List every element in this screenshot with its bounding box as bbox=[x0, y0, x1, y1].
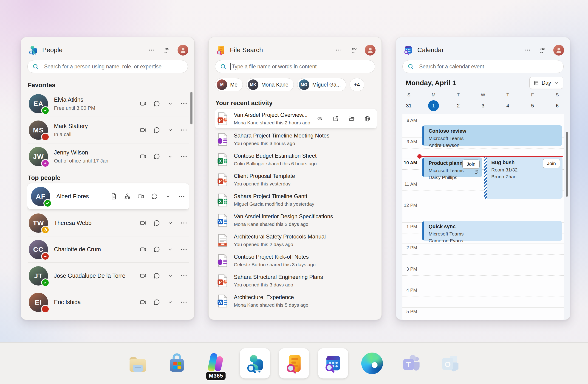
person-row[interactable]: EAElvia AtkinsFree until 3:00 PM bbox=[27, 91, 189, 117]
chevron-down-button[interactable] bbox=[166, 272, 174, 280]
video-call-button[interactable] bbox=[139, 245, 147, 254]
filter-chip[interactable]: +4 bbox=[350, 78, 364, 91]
taskbar-app-people-app[interactable] bbox=[235, 343, 274, 384]
file-row[interactable]: XContoso Budget Estimation SheetColin Ba… bbox=[215, 149, 377, 170]
chat-button[interactable] bbox=[152, 152, 161, 161]
date-number[interactable]: 2 bbox=[453, 100, 464, 111]
week-day-6[interactable]: S6 bbox=[545, 92, 570, 111]
person-row[interactable]: JWJenny WilsonOut of office until 17 Jan bbox=[27, 143, 189, 169]
feedback-button[interactable] bbox=[538, 46, 547, 54]
calendar-search-input[interactable]: Search for a calendar event bbox=[402, 60, 564, 73]
more-button[interactable] bbox=[180, 219, 188, 227]
more-button[interactable] bbox=[180, 152, 188, 161]
taskbar-app-outlook[interactable]: O bbox=[431, 343, 470, 384]
more-button[interactable] bbox=[180, 298, 188, 306]
more-button[interactable] bbox=[180, 126, 188, 134]
chat-button[interactable] bbox=[152, 219, 161, 227]
account-avatar[interactable] bbox=[365, 45, 376, 56]
person-row[interactable]: JTJose Guadalupe De la Torre bbox=[27, 263, 189, 289]
more-button[interactable] bbox=[147, 46, 156, 54]
more-button[interactable] bbox=[177, 192, 186, 201]
filter-chip[interactable]: MGMiguel Ga... bbox=[297, 78, 346, 91]
taskbar-app-edge-browser[interactable] bbox=[353, 343, 392, 384]
chevron-down-button[interactable] bbox=[166, 245, 174, 254]
more-button[interactable] bbox=[180, 100, 188, 108]
account-avatar[interactable] bbox=[553, 45, 564, 56]
chat-button[interactable] bbox=[152, 272, 161, 280]
chat-button[interactable] bbox=[150, 192, 158, 201]
week-day-5[interactable]: F5 bbox=[520, 92, 545, 111]
person-row[interactable]: TWTheresa Webb bbox=[27, 210, 189, 236]
week-day-31[interactable]: S31 bbox=[397, 92, 421, 111]
chevron-down-button[interactable] bbox=[166, 126, 174, 134]
person-row[interactable]: EIEric Ishida bbox=[27, 289, 189, 315]
video-call-button[interactable] bbox=[139, 219, 147, 227]
file-search-input[interactable]: Type a file name or words in content bbox=[215, 60, 375, 73]
chevron-down-button[interactable] bbox=[166, 100, 174, 108]
link-button[interactable] bbox=[315, 115, 324, 123]
video-call-button[interactable] bbox=[139, 272, 147, 280]
calendar-event[interactable]: Product planningMicrosoft TeamsDaisy Phi… bbox=[422, 158, 482, 177]
feedback-button[interactable] bbox=[162, 46, 171, 54]
file-row[interactable]: WVan Arsdel Interior Design Specificatio… bbox=[215, 210, 377, 230]
filter-chip[interactable]: MKMona Kane bbox=[246, 78, 294, 91]
filter-chip[interactable]: MMe bbox=[215, 78, 243, 91]
globe-button[interactable] bbox=[363, 115, 371, 123]
video-call-button[interactable] bbox=[139, 126, 147, 134]
file-row[interactable]: XSahara Project Timeline GanttMiguel Gar… bbox=[215, 190, 377, 210]
file-row[interactable]: Sahara Project Timeline Meeting NotesYou… bbox=[215, 129, 377, 149]
document-button[interactable] bbox=[109, 192, 118, 201]
chevron-down-button[interactable] bbox=[164, 192, 172, 201]
org-chart-button[interactable] bbox=[123, 192, 131, 201]
video-call-button[interactable] bbox=[137, 192, 145, 201]
chat-button[interactable] bbox=[152, 100, 161, 108]
more-button[interactable] bbox=[180, 245, 188, 254]
file-row[interactable]: Architectural Safety Protocols ManualYou… bbox=[215, 230, 377, 250]
file-row[interactable]: PSahara Structural Engineering PlansYou … bbox=[215, 271, 377, 291]
chevron-down-button[interactable] bbox=[166, 298, 174, 306]
taskbar-app-calendar-app[interactable] bbox=[314, 343, 353, 384]
more-button[interactable] bbox=[180, 272, 188, 280]
account-avatar[interactable] bbox=[178, 45, 188, 56]
file-row[interactable]: PClient Proposal TemplateYou opened this… bbox=[215, 170, 377, 190]
date-number[interactable]: 1 bbox=[428, 100, 439, 111]
video-call-button[interactable] bbox=[139, 152, 147, 161]
taskbar-app-m365-copilot[interactable]: M365 bbox=[196, 343, 235, 384]
person-row[interactable]: AFAlbert Flores bbox=[27, 183, 189, 209]
share-button[interactable] bbox=[332, 115, 340, 123]
chat-button[interactable] bbox=[152, 245, 161, 254]
week-day-2[interactable]: T2 bbox=[446, 92, 471, 111]
video-call-button[interactable] bbox=[139, 298, 147, 306]
date-number[interactable]: 3 bbox=[478, 100, 488, 111]
date-number[interactable]: 31 bbox=[403, 100, 414, 111]
chevron-down-button[interactable] bbox=[166, 152, 174, 161]
date-number[interactable]: 5 bbox=[527, 100, 538, 111]
more-button[interactable] bbox=[335, 46, 343, 54]
calendar-scrollbar[interactable] bbox=[566, 132, 568, 197]
calendar-event[interactable]: Contoso reviewMicrosoft TeamsAndre Lawso… bbox=[422, 125, 562, 146]
feedback-button[interactable] bbox=[350, 46, 358, 54]
person-row[interactable]: MSMark SlatteryIn a call bbox=[27, 117, 189, 143]
taskbar-app-teams[interactable]: T bbox=[392, 343, 431, 384]
people-search-input[interactable]: Search for a person using name, role, or… bbox=[27, 60, 188, 73]
open-folder-button[interactable] bbox=[347, 115, 356, 123]
taskbar-app-file-search-app[interactable] bbox=[274, 343, 314, 384]
taskbar-app-microsoft-store[interactable] bbox=[157, 343, 196, 384]
video-call-button[interactable] bbox=[139, 100, 147, 108]
join-button[interactable]: Join bbox=[543, 159, 560, 168]
week-day-4[interactable]: T4 bbox=[495, 92, 520, 111]
more-button[interactable] bbox=[523, 46, 532, 54]
view-selector-button[interactable]: Day bbox=[529, 77, 563, 89]
chevron-down-button[interactable] bbox=[166, 219, 174, 227]
calendar-event[interactable]: Bug bushRoom 31/32Bruno ZhaoJoin bbox=[484, 157, 563, 199]
date-number[interactable]: 6 bbox=[552, 100, 563, 111]
date-number[interactable]: 4 bbox=[502, 100, 513, 111]
week-day-1[interactable]: M1 bbox=[421, 92, 446, 111]
chat-button[interactable] bbox=[152, 126, 161, 134]
week-day-3[interactable]: W3 bbox=[471, 92, 495, 111]
calendar-event[interactable]: Quick syncMicrosoft TeamsCameron Evans bbox=[422, 221, 562, 241]
file-row[interactable]: PVan Arsdel Project Overview...Mona Kane… bbox=[215, 109, 377, 128]
file-row[interactable]: WArchitecture_ExperienceMona Kane shared… bbox=[215, 291, 377, 311]
people-scrollbar[interactable] bbox=[190, 92, 192, 124]
taskbar-app-file-explorer[interactable] bbox=[118, 343, 157, 384]
